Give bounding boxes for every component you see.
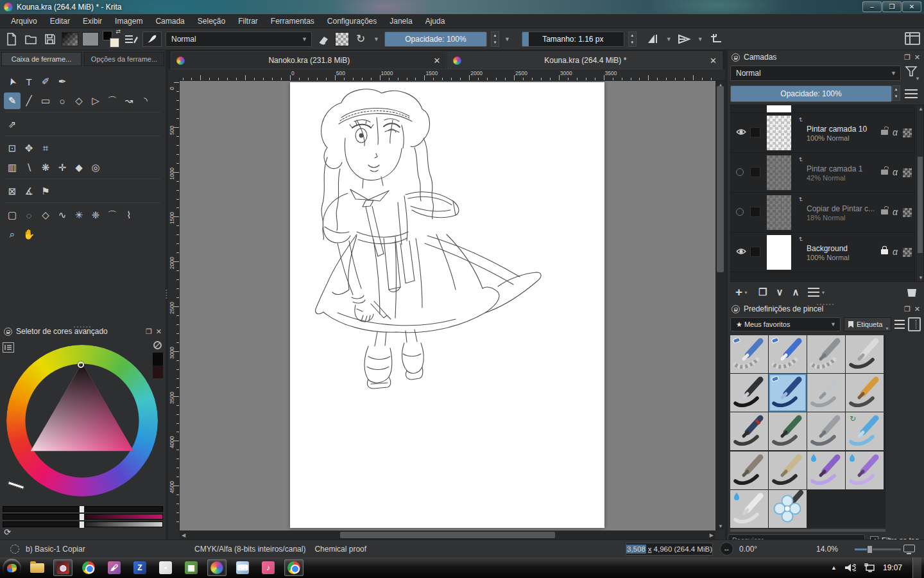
layer-thumbnail[interactable]	[767, 235, 791, 270]
document-tab-2[interactable]: Kouna.kra (264.4 MiB) *✕	[447, 51, 723, 69]
taskbar-explorer[interactable]	[28, 559, 47, 576]
vertical-scrollbar[interactable]: ▲ ▼	[715, 81, 725, 530]
document-size-field[interactable]: 3,508 x 4,960 (264.4 MiB)	[626, 543, 713, 556]
opacity-spinner[interactable]: ▲▼	[491, 31, 499, 47]
background-color[interactable]	[110, 38, 119, 48]
layer-thumbnail[interactable]	[767, 116, 791, 150]
move-layer-down-button[interactable]: ∨	[776, 286, 783, 298]
lock-closed-icon[interactable]	[881, 249, 888, 254]
menu-arquivo[interactable]: Arquivo	[5, 15, 43, 28]
close-tab-icon[interactable]: ✕	[710, 56, 717, 66]
brush-preset-shape-fill[interactable]	[769, 490, 807, 528]
chevron-down-icon[interactable]: ▼	[665, 36, 673, 42]
layer-name[interactable]: Copiar de Pintar c...	[807, 204, 877, 213]
layer-options-icon[interactable]	[905, 89, 918, 98]
selection-mode-icon[interactable]	[10, 545, 19, 554]
layer-row-4[interactable]: ↵Background100% Normalα	[731, 232, 914, 272]
blending-mode-select[interactable]: Normal▼	[166, 31, 312, 47]
mirror-horizontal-icon[interactable]	[646, 31, 661, 47]
docker-lock-icon[interactable]	[732, 305, 740, 313]
size-spinner[interactable]: ▲▼	[628, 31, 637, 47]
color-history-icon[interactable]: ⟳	[4, 527, 11, 537]
brush-preset-bristles-dry[interactable]	[769, 451, 807, 489]
layer-style-box[interactable]	[750, 247, 760, 257]
edit-shapes-tool[interactable]: ✐	[37, 73, 54, 90]
no-color-icon[interactable]	[153, 341, 162, 349]
zoom-tool[interactable]: ⌕	[4, 226, 21, 243]
dynamic-brush-tool[interactable]: ◝	[137, 92, 154, 109]
menu-seleção[interactable]: Seleção	[192, 15, 231, 28]
start-button[interactable]	[3, 559, 21, 577]
vertical-scrollbar-thumb[interactable]	[717, 86, 724, 272]
network-icon[interactable]	[864, 563, 875, 573]
taskbar-paint-app[interactable]: 🖌	[105, 559, 124, 576]
title-bar[interactable]: Kouna.kra (264.4 MiB) * - Krita – ❐ ✕	[0, 0, 924, 14]
alpha-channel-icon[interactable]: α	[893, 247, 898, 257]
open-document-icon[interactable]	[23, 31, 38, 47]
layer-thumbnail[interactable]	[767, 155, 791, 190]
close-docker-icon[interactable]: ✕	[914, 305, 920, 313]
color-selector-handle[interactable]	[78, 362, 84, 368]
duplicate-layer-button[interactable]: ❐	[758, 286, 767, 298]
restore-button[interactable]: ❐	[882, 1, 902, 12]
layer-name[interactable]: Pintar camada 1	[807, 164, 877, 173]
menu-filtrar[interactable]: Filtrar	[232, 15, 264, 28]
opacity-slider[interactable]: Opacidade: 100%	[384, 31, 487, 47]
docker-grip[interactable]: ••••••	[817, 301, 835, 307]
fullscreen-icon[interactable]	[903, 545, 915, 552]
canvas-page[interactable]	[290, 82, 604, 528]
color-slider-2[interactable]	[3, 514, 163, 520]
add-layer-button[interactable]: +▼	[735, 285, 749, 299]
layer-thumbnail-partial[interactable]	[767, 105, 791, 112]
inherit-alpha-icon[interactable]	[903, 208, 912, 217]
layer-row-3[interactable]: ↵Copiar de Pintar c...18% Normalα	[731, 193, 914, 232]
brush-preset-wet-bristles[interactable]	[807, 451, 845, 489]
layer-name[interactable]: Pintar camada 10	[807, 125, 877, 134]
color-slider-1[interactable]	[3, 506, 163, 512]
rectangle-tool[interactable]: ▭	[37, 92, 54, 109]
docker-lock-icon[interactable]	[4, 328, 12, 336]
inherit-alpha-icon[interactable]	[903, 248, 912, 257]
layer-name[interactable]: Background	[807, 244, 877, 253]
menu-editar[interactable]: Editar	[44, 15, 76, 28]
magic-wand-tool[interactable]: ✳	[71, 207, 87, 223]
menu-ajuda[interactable]: Ajuda	[420, 15, 451, 28]
reference-images-tool[interactable]: ⚑	[37, 183, 54, 200]
brush-preset-eraser-small[interactable]	[769, 335, 807, 373]
menu-configurações[interactable]: Configurações	[321, 15, 382, 28]
ellipse-tool[interactable]: ○	[54, 92, 71, 109]
brush-preset-marker-details[interactable]: ↻	[846, 412, 884, 450]
layer-style-box[interactable]	[750, 127, 760, 137]
tab-toolbox[interactable]: Caixa de ferrame...	[1, 52, 81, 66]
presets-menu-icon[interactable]	[894, 320, 905, 329]
select-shapes-tool[interactable]: ➤	[1, 71, 22, 92]
menu-janela[interactable]: Janela	[384, 15, 418, 28]
alpha-channel-icon[interactable]: α	[893, 167, 898, 177]
layer-opacity-spinner[interactable]: ▲▼	[892, 85, 900, 101]
transform-tool[interactable]: ⊡	[4, 140, 21, 157]
float-docker-icon[interactable]: ❐	[146, 328, 152, 336]
menu-imagem[interactable]: Imagem	[109, 15, 148, 28]
visibility-off-icon[interactable]	[736, 208, 744, 216]
alpha-channel-icon[interactable]: α	[893, 127, 898, 137]
gradient-swatch[interactable]	[62, 32, 78, 46]
taskbar-chrome[interactable]	[79, 559, 98, 576]
crop-tool[interactable]: ⌗	[37, 140, 54, 157]
tray-expand-icon[interactable]: ▲	[831, 565, 837, 571]
magnetic-select-tool[interactable]: ⌇	[121, 207, 137, 223]
brush-presets-icon[interactable]	[123, 31, 139, 47]
brush-preset-airbrush-soft[interactable]	[846, 335, 884, 373]
preserve-alpha-icon[interactable]	[335, 32, 349, 46]
brush-preset-bristles-rough[interactable]	[730, 451, 768, 489]
polygon-tool[interactable]: ◇	[71, 92, 87, 109]
similar-select-tool[interactable]: ❈	[87, 207, 104, 223]
menu-ferramentas[interactable]: Ferramentas	[265, 15, 320, 28]
canvas-rotation-icon[interactable]: ↔	[720, 542, 733, 556]
reload-preset-icon[interactable]: ↻	[353, 31, 368, 47]
bezier-curve-tool[interactable]: ⌒	[104, 92, 121, 109]
lock-open-icon[interactable]	[881, 209, 888, 215]
layer-opacity-slider[interactable]: Opacidade: 100%	[730, 85, 892, 102]
layer-style-box[interactable]	[750, 207, 760, 217]
chevron-down-icon[interactable]: ▼	[696, 36, 705, 42]
freehand-select-tool[interactable]: ∿	[54, 207, 71, 223]
